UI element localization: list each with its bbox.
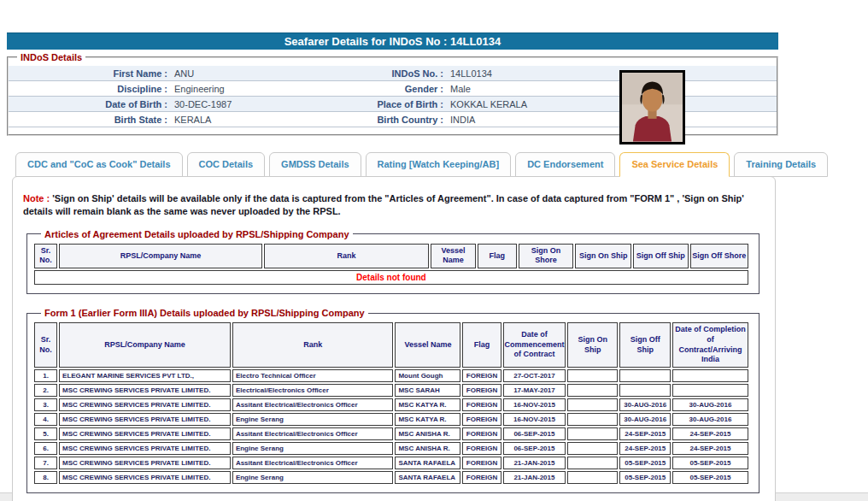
field-label: First Name : [9, 68, 173, 79]
cell-rpsl-company-name: MSC CREWING SERVICES PRIVATE LIMITED. [59, 442, 231, 455]
field-label: Birth State : [9, 115, 173, 125]
cell-date-of-commencement-of-contract: 16-NOV-2015 [503, 398, 566, 411]
cell-sr-no: 1. [34, 369, 57, 382]
cell-date-of-completion-of-contract-arriving-india: 30-AUG-2016 [672, 413, 748, 426]
table-row: 1.ELEGANT MARINE SERVICES PVT LTD.,Elect… [34, 369, 748, 382]
cell-sign-on-ship [567, 457, 618, 469]
table-row: 7.MSC CREWING SERVICES PRIVATE LIMITED.A… [34, 457, 748, 469]
cell-flag: FOREIGN [462, 369, 501, 382]
table-row: 6.MSC CREWING SERVICES PRIVATE LIMITED.E… [34, 442, 748, 455]
cell-date-of-commencement-of-contract: 06-SEP-2015 [503, 427, 566, 440]
tab-bar: CDC and "CoC as Cook" DetailsCOC Details… [15, 152, 778, 176]
field-label: INDoS No. : [373, 68, 449, 79]
cell-flag: FOREIGN [462, 457, 501, 469]
articles-of-agreement-legend: Articles of Agreement Details uploaded b… [41, 229, 353, 239]
column-header-rank: Rank [264, 244, 429, 268]
empty-result-row: Details not found [34, 270, 748, 285]
cell-date-of-commencement-of-contract: 17-MAY-2017 [503, 384, 566, 397]
tab-rating-watch-keeping-ab[interactable]: Rating [Watch Keeping/AB] [366, 152, 512, 177]
cell-date-of-completion-of-contract-arriving-india: 30-AUG-2016 [672, 398, 748, 411]
form1-details-fieldset: Form 1 (Earlier Form IIIA) Details uploa… [26, 308, 760, 493]
cell-vessel-name: MSC KATYA R. [395, 413, 460, 426]
field-value: Male [449, 84, 777, 94]
table-row: 4.MSC CREWING SERVICES PRIVATE LIMITED.E… [34, 413, 748, 426]
column-header-rpsl-company-name: RPSL/Company Name [59, 244, 262, 268]
cell-rpsl-company-name: MSC CREWING SERVICES PRIVATE LIMITED. [59, 398, 231, 411]
cell-date-of-commencement-of-contract: 27-OCT-2017 [503, 369, 566, 382]
cell-date-of-completion-of-contract-arriving-india: 24-SEP-2015 [672, 427, 748, 440]
cell-sign-off-ship [619, 369, 671, 382]
cell-date-of-completion-of-contract-arriving-india [672, 369, 748, 382]
cell-vessel-name: MSC ANISHA R. [395, 442, 460, 455]
cell-sign-off-ship: 30-AUG-2016 [619, 398, 671, 411]
field-value: 14LL0134 [449, 68, 777, 79]
column-header-sr-no: Sr. No. [34, 244, 57, 268]
tab-content-panel: Note : 'Sign on Ship' details will be av… [12, 176, 776, 501]
cell-sign-off-ship: 05-SEP-2015 [619, 471, 671, 484]
cell-date-of-commencement-of-contract: 21-JAN-2015 [503, 457, 566, 469]
field-label: Gender : [373, 84, 449, 94]
articles-of-agreement-fieldset: Articles of Agreement Details uploaded b… [26, 229, 760, 294]
column-header-sign-on-ship: Sign On Ship [575, 244, 631, 268]
form1-details-table: Sr. No.RPSL/Company NameRankVessel NameF… [32, 321, 750, 486]
tab-sea-service-details[interactable]: Sea Service Details [619, 152, 730, 177]
cell-rpsl-company-name: ELEGANT MARINE SERVICES PVT LTD., [59, 369, 231, 382]
column-header-sign-on-shore: Sign On Shore [519, 244, 574, 268]
tab-coc-details[interactable]: COC Details [187, 152, 266, 177]
column-header-vessel-name: Vessel Name [395, 322, 460, 368]
cell-sr-no: 8. [34, 471, 57, 484]
cell-sr-no: 4. [34, 413, 57, 426]
cell-rank: Electrical/Electronics Officer [232, 384, 394, 397]
cell-vessel-name: Mount Gough [395, 369, 460, 382]
cell-sign-on-ship [567, 442, 618, 455]
cell-flag: FOREIGN [462, 413, 501, 426]
cell-rank: Assitant Electrical/Electronics Officer [232, 398, 394, 411]
tab-gmdss-details[interactable]: GMDSS Details [269, 152, 361, 177]
field-value: Engineering [173, 84, 373, 94]
cell-vessel-name: MSC SARAH [395, 384, 460, 397]
note-prefix: Note : [23, 193, 50, 203]
cell-sign-on-ship [567, 398, 618, 411]
column-header-date-of-completion-of-contract-arriving-india: Date of Completion of Contract/Arriving … [672, 322, 748, 368]
cell-flag: FOREIGN [462, 442, 501, 455]
field-value: KERALA [173, 115, 373, 125]
cell-sign-off-ship [619, 384, 671, 397]
cell-sr-no: 2. [34, 384, 57, 397]
column-header-sign-off-ship: Sign Off Ship [633, 244, 689, 268]
column-header-rank: Rank [232, 322, 394, 368]
articles-header-row: Sr. No.RPSL/Company NameRankVessel NameF… [34, 244, 748, 268]
cell-rank: Electro Technical Officer [232, 369, 394, 382]
cell-sr-no: 6. [34, 442, 57, 455]
cell-sign-on-ship [567, 471, 618, 484]
tab-cdc-and-coc-as-cook-details[interactable]: CDC and "CoC as Cook" Details [15, 152, 183, 177]
indos-details-fieldset: INDoS Details First Name :ANUINDoS No. :… [7, 52, 778, 136]
cell-sign-on-ship [567, 427, 618, 440]
cell-rank: Engine Serang [232, 471, 394, 484]
column-header-flag: Flag [478, 244, 517, 268]
cell-date-of-commencement-of-contract: 06-SEP-2015 [503, 442, 566, 455]
cell-sign-off-ship: 30-AUG-2016 [619, 413, 671, 426]
tab-dc-endorsement[interactable]: DC Endorsement [515, 152, 615, 177]
cell-sign-off-ship: 24-SEP-2015 [619, 427, 671, 440]
form1-header-row: Sr. No.RPSL/Company NameRankVessel NameF… [34, 322, 748, 368]
cell-vessel-name: MSC KATYA R. [395, 398, 460, 411]
field-value: INDIA [449, 115, 777, 125]
seafarer-photo-image [622, 73, 683, 142]
table-row: 5.MSC CREWING SERVICES PRIVATE LIMITED.A… [34, 427, 748, 440]
cell-rank: Assitant Electrical/Electronics Officer [232, 427, 394, 440]
cell-sign-on-ship [567, 384, 618, 397]
column-header-sr-no: Sr. No. [34, 322, 57, 368]
cell-flag: FOREIGN [462, 398, 501, 411]
articles-of-agreement-table: Sr. No.RPSL/Company NameRankVessel NameF… [32, 242, 750, 286]
cell-rank: Assitant Electrical/Electronics Officer [232, 457, 394, 469]
cell-date-of-commencement-of-contract: 16-NOV-2015 [503, 413, 566, 426]
column-header-rpsl-company-name: RPSL/Company Name [59, 322, 231, 368]
cell-sr-no: 7. [34, 457, 57, 469]
column-header-sign-off-shore: Sign Off Shore [690, 244, 748, 268]
column-header-sign-off-ship: Sign Off Ship [619, 322, 671, 368]
column-header-sign-on-ship: Sign On Ship [567, 322, 618, 368]
cell-sign-off-ship: 05-SEP-2015 [619, 457, 671, 469]
cell-date-of-completion-of-contract-arriving-india: 24-SEP-2015 [672, 442, 748, 455]
field-value: 30-DEC-1987 [173, 99, 373, 109]
tab-training-details[interactable]: Training Details [734, 152, 828, 177]
